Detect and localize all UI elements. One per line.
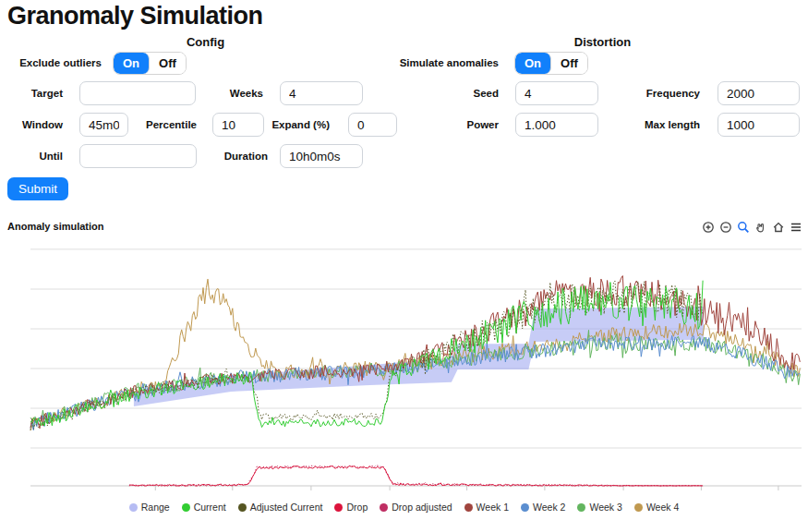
legend-item[interactable]: Drop adjusted (380, 502, 452, 513)
legend-label: Drop (346, 502, 368, 513)
simulate-anomalies-label: Simulate anomalies (369, 52, 499, 75)
exclude-outliers-off-button[interactable]: Off (150, 53, 186, 74)
frequency-label: Frequency (608, 81, 700, 105)
simulate-anomalies-off-button[interactable]: Off (551, 53, 587, 74)
zoom-in-icon[interactable] (701, 220, 716, 234)
pan-icon[interactable] (754, 220, 768, 234)
target-label: Target (0, 81, 63, 105)
duration-label: Duration (175, 144, 268, 168)
seed-input[interactable] (515, 81, 598, 105)
legend-label: Current (194, 502, 226, 513)
box-zoom-icon[interactable] (736, 220, 751, 234)
legend-label: Week 3 (589, 502, 621, 513)
expand-input[interactable] (348, 113, 397, 137)
legend-item[interactable]: Week 3 (577, 502, 621, 513)
seed-label: Seed (406, 81, 499, 105)
legend-item[interactable]: Adjusted Current (238, 502, 323, 513)
legend-item[interactable]: Week 1 (464, 502, 509, 513)
frequency-input[interactable] (718, 81, 800, 105)
legend-label: Drop adjusted (392, 502, 452, 513)
legend-marker-icon (238, 503, 247, 512)
legend-marker-icon (129, 503, 138, 512)
legend-item[interactable]: Current (182, 502, 226, 513)
expand-label: Expand (%) (237, 113, 330, 137)
percentile-label: Percentile (104, 113, 197, 137)
legend-marker-icon (182, 503, 190, 512)
legend-marker-icon (464, 503, 473, 512)
legend-item[interactable]: Week 2 (521, 502, 565, 513)
legend-item[interactable]: Drop (334, 502, 368, 513)
simulate-anomalies-toggle: On Off (514, 52, 588, 75)
exclude-outliers-toggle: On Off (113, 52, 187, 75)
legend-marker-icon (334, 503, 343, 512)
app-window: Granomaly Simulation Config Exclude outl… (0, 0, 808, 532)
config-heading: Config (0, 35, 411, 49)
max-length-input[interactable] (718, 113, 800, 137)
legend-item[interactable]: Range (129, 502, 170, 513)
legend-marker-icon (577, 503, 585, 512)
chart-title: Anomaly simulation (7, 221, 104, 232)
weeks-label: Weeks (171, 81, 263, 105)
distortion-heading: Distortion (397, 35, 808, 49)
legend-marker-icon (521, 503, 529, 512)
exclude-outliers-label: Exclude outliers (0, 52, 102, 75)
weeks-input[interactable] (280, 81, 363, 105)
window-label: Window (0, 113, 63, 137)
submit-button[interactable]: Submit (7, 177, 68, 200)
until-label: Until (0, 144, 63, 168)
power-label: Power (406, 113, 499, 137)
page-title: Granomaly Simulation (7, 2, 263, 30)
legend-marker-icon (634, 503, 643, 512)
legend-item[interactable]: Week 4 (634, 502, 679, 513)
exclude-outliers-on-button[interactable]: On (114, 53, 150, 74)
menu-icon[interactable] (789, 220, 803, 234)
chart-modebar (701, 220, 803, 234)
chart-plot-area[interactable] (0, 233, 808, 501)
zoom-out-icon[interactable] (718, 220, 733, 234)
simulate-anomalies-on-button[interactable]: On (515, 53, 551, 74)
legend-marker-icon (380, 503, 388, 512)
legend-label: Adjusted Current (250, 502, 323, 513)
legend-label: Week 2 (533, 502, 565, 513)
duration-input[interactable] (280, 144, 363, 168)
legend-label: Range (141, 502, 170, 513)
legend-label: Week 1 (476, 502, 509, 513)
max-length-label: Max length (608, 113, 700, 137)
chart-legend: RangeCurrentAdjusted CurrentDropDrop adj… (0, 502, 808, 513)
power-input[interactable] (515, 113, 598, 137)
legend-label: Week 4 (646, 502, 679, 513)
home-icon[interactable] (771, 220, 786, 234)
